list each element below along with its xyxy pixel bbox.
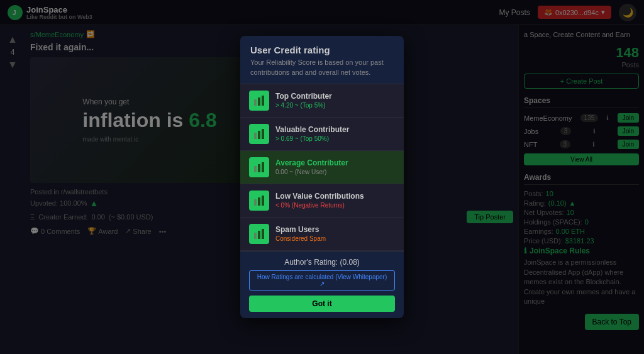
- modal-footer: Author's Rating: (0.08) How Ratings are …: [240, 251, 404, 318]
- rating-info: Average Contributer 0.00 ~ (New User): [275, 158, 395, 175]
- svg-rect-20: [262, 229, 264, 239]
- svg-rect-13: [254, 166, 257, 172]
- modal-title: User Credit rating: [250, 45, 394, 55]
- svg-rect-8: [262, 129, 264, 139]
- rating-info: Spam Users Considered Spam: [275, 225, 395, 242]
- rating-item[interactable]: Average Contributer 0.00 ~ (New User): [240, 151, 404, 184]
- author-rating: Author's Rating: (0.08): [249, 258, 395, 267]
- svg-rect-16: [262, 196, 264, 206]
- svg-rect-12: [262, 162, 264, 172]
- rating-icon: [249, 191, 269, 211]
- rating-info: Low Value Contributions < 0% (Negative R…: [275, 192, 395, 209]
- rating-name: Spam Users: [275, 225, 395, 234]
- svg-rect-19: [258, 231, 260, 239]
- rating-range: Considered Spam: [275, 235, 395, 242]
- rating-name: Top Contributer: [275, 92, 395, 101]
- rating-range: < 0% (Negative Returns): [275, 202, 395, 209]
- whitepaper-button[interactable]: How Ratings are calculated (View Whitepa…: [249, 270, 395, 290]
- rating-info: Top Contributer > 4.20 ~ (Top 5%): [275, 92, 395, 109]
- svg-rect-15: [258, 197, 260, 206]
- ratings-list: Top Contributer > 4.20 ~ (Top 5%) Valuab…: [240, 84, 404, 251]
- rating-icon: [249, 157, 269, 177]
- rating-range: > 0.69 ~ (Top 50%): [275, 135, 395, 142]
- svg-rect-11: [258, 164, 260, 172]
- rating-item[interactable]: Spam Users Considered Spam: [240, 218, 404, 251]
- rating-name: Low Value Contributions: [275, 192, 395, 201]
- svg-rect-5: [254, 99, 257, 106]
- rating-icon: [249, 91, 269, 111]
- rating-item[interactable]: Valuable Contributer > 0.69 ~ (Top 50%): [240, 118, 404, 151]
- got-it-button[interactable]: Got it: [249, 296, 395, 312]
- rating-info: Valuable Contributer > 0.69 ~ (Top 50%): [275, 125, 395, 142]
- overlay: User Credit rating Your Reliability Scor…: [0, 0, 644, 354]
- rating-name: Valuable Contributer: [275, 125, 395, 134]
- rating-item[interactable]: Low Value Contributions < 0% (Negative R…: [240, 184, 404, 218]
- modal-subtitle: Your Reliability Score is based on your …: [250, 58, 394, 77]
- rating-icon: [249, 124, 269, 144]
- modal-header: User Credit rating Your Reliability Scor…: [240, 36, 404, 84]
- credit-rating-modal: User Credit rating Your Reliability Scor…: [240, 36, 404, 318]
- svg-rect-7: [258, 131, 260, 139]
- svg-rect-17: [254, 199, 257, 206]
- svg-rect-3: [258, 97, 260, 106]
- svg-rect-4: [262, 96, 264, 106]
- rating-icon: [249, 224, 269, 244]
- rating-item[interactable]: Top Contributer > 4.20 ~ (Top 5%): [240, 84, 404, 118]
- svg-rect-21: [254, 233, 257, 239]
- svg-rect-9: [254, 133, 257, 139]
- rating-range: > 4.20 ~ (Top 5%): [275, 102, 395, 109]
- rating-name: Average Contributer: [275, 158, 395, 167]
- rating-range: 0.00 ~ (New User): [275, 169, 395, 175]
